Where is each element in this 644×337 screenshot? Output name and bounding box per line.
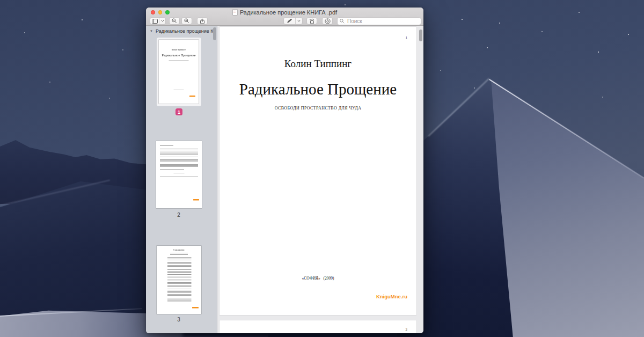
thumbnail-3-content: Содержание [157, 246, 201, 314]
toc-lines-block [167, 257, 192, 268]
search-icon [340, 19, 345, 24]
toc-lines-block [167, 269, 192, 273]
wallpaper-left-dune-crest [0, 180, 110, 206]
thumbnail-1-content: Колин Типпинг Радикальное Прощение [159, 40, 199, 104]
selected-page-badge: 1 [175, 108, 182, 115]
chevron-down-icon[interactable] [295, 18, 302, 24]
document-page-1: 1 Колин Типпинг Радикальное Прощение ОСВ… [219, 27, 416, 315]
page-number: 2 [406, 327, 408, 332]
view-menu-button[interactable] [150, 17, 166, 25]
minimize-button[interactable] [158, 10, 163, 14]
sidebar-document-title: Радикальное прощение К... [156, 28, 213, 34]
wallpaper-stars [0, 0, 1, 1]
wallpaper-dune-crest-left [428, 78, 489, 137]
window-titlebar[interactable]: Радикальное прощение КНИГА .pdf [146, 8, 423, 26]
text-line [173, 173, 184, 173]
text-lines-block [160, 149, 198, 155]
mini-watermark [189, 96, 195, 97]
toc-lines-block [170, 253, 188, 255]
thumbnail-2-content [156, 141, 202, 208]
zoom-out-button[interactable] [169, 17, 180, 25]
markup-pen-button[interactable] [283, 17, 303, 25]
page-label-3: 3 [146, 317, 211, 323]
book-subtitle: ОСВОБОДИ ПРОСТРАНСТВО ДЛЯ ЧУДА [219, 106, 416, 111]
search-field[interactable] [337, 17, 421, 25]
window-title: Радикальное прощение КНИГА .pdf [178, 9, 391, 16]
text-line [160, 177, 198, 177]
book-title: Радикальное Прощение [219, 80, 416, 98]
wallpaper-dune-crest-highlight [489, 79, 644, 179]
mini-watermark [193, 199, 199, 201]
toc-lines-block [167, 274, 192, 303]
disclosure-triangle-icon[interactable]: ▼ [150, 30, 153, 33]
preview-window: Радикальное прощение КНИГА .pdf [146, 8, 423, 333]
page-label-2: 2 [146, 212, 211, 218]
sidebar-header[interactable]: ▼ Радикальное прощение К... [146, 26, 217, 36]
thumbnail-sidebar: ▼ Радикальное прощение К... Колин Типпин… [146, 26, 217, 333]
mini-publisher-line [173, 90, 184, 90]
page-thumbnail-3[interactable]: Содержание [157, 246, 201, 314]
traffic-lights [151, 10, 170, 14]
text-line [160, 145, 173, 146]
share-button[interactable] [197, 17, 208, 25]
pen-icon [284, 18, 295, 24]
mini-subtitle-line [169, 60, 189, 61]
zoom-window-button[interactable] [165, 10, 170, 14]
mini-toc-heading: Содержание [157, 248, 201, 251]
zoom-in-button[interactable] [181, 17, 192, 25]
search-input[interactable] [346, 18, 419, 25]
close-button[interactable] [151, 10, 155, 14]
desktop-wallpaper: Радикальное прощение КНИГА .pdf [0, 0, 644, 337]
watermark-text: KniguMne.ru [376, 294, 407, 299]
window-body: ▼ Радикальное прощение К... Колин Типпин… [146, 26, 423, 333]
chevron-down-icon [159, 18, 165, 24]
page-thumbnail-2[interactable] [156, 141, 202, 208]
document-scrollbar[interactable] [419, 30, 422, 41]
document-view[interactable]: 1 Колин Типпинг Радикальное Прощение ОСВ… [217, 26, 423, 333]
pdf-document-icon [232, 9, 238, 16]
text-line [160, 169, 184, 170]
wallpaper-bright-sand-crest [0, 308, 142, 317]
book-author: Колин Типпинг [219, 58, 416, 70]
publisher-line: «СОФИЯ» (2009) [219, 276, 416, 281]
sidebar-scrollbar[interactable] [213, 27, 216, 40]
mini-title: Радикальное Прощение [159, 53, 199, 57]
page-thumbnail-1[interactable]: Колин Типпинг Радикальное Прощение [159, 40, 199, 104]
show-markup-toolbar-button[interactable] [322, 17, 333, 25]
wallpaper-right-dune-face [445, 75, 644, 337]
document-page-2: 2 [219, 320, 416, 333]
text-lines-block [160, 157, 198, 167]
toolbar [146, 16, 423, 26]
window-title-text: Радикальное прощение КНИГА .pdf [240, 9, 337, 16]
rotate-button[interactable] [306, 17, 317, 25]
mini-author: Колин Типпинг [159, 48, 199, 51]
page-number: 1 [406, 35, 408, 40]
mini-watermark [192, 307, 199, 309]
sidebar-view-icon [150, 18, 159, 24]
